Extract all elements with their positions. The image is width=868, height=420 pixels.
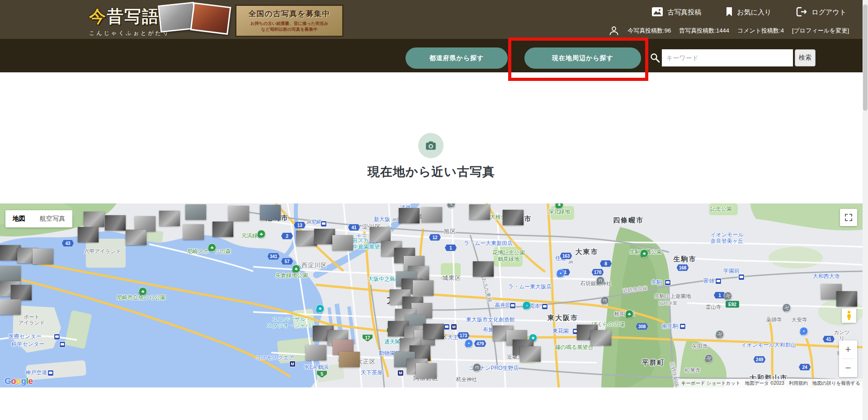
temple-pin-icon[interactable]: 卍 — [716, 330, 724, 347]
temple-pin-icon[interactable]: 卍 — [724, 292, 732, 308]
park-pin-icon[interactable]: ♣ — [292, 264, 301, 281]
old-photo-marker[interactable] — [159, 211, 180, 226]
map-label[interactable]: 新大阪 — [374, 217, 390, 223]
old-photo-marker[interactable] — [135, 216, 156, 231]
map-label[interactable]: イオンモール大和郡山 — [741, 342, 796, 349]
nav-favorites[interactable]: お気に入り — [726, 7, 771, 18]
map-label[interactable]: イオンモール 奈良登美ヶ丘 — [710, 232, 743, 245]
train-station-icon[interactable] — [443, 324, 450, 330]
search-by-prefecture-button[interactable]: 都道府県から探す — [406, 47, 508, 69]
old-photo-marker[interactable] — [11, 285, 32, 300]
train-station-icon[interactable] — [59, 341, 66, 348]
old-photo-marker[interactable] — [228, 206, 249, 221]
train-station-icon[interactable] — [509, 302, 516, 309]
map-label[interactable]: 東大阪市文化創造館 — [466, 317, 515, 323]
temple-pin-icon[interactable]: 卍 — [705, 354, 713, 371]
map-label[interactable]: ラ・ムー大東新田店 — [464, 241, 513, 247]
bag-pin-icon[interactable]: • — [465, 339, 473, 356]
map-label[interactable]: 天下茶屋 — [361, 370, 382, 376]
park-pin-icon[interactable]: ♣ — [208, 243, 217, 260]
old-photo-marker[interactable] — [84, 212, 104, 227]
old-photo-marker[interactable] — [416, 363, 437, 378]
old-photo-marker[interactable] — [421, 207, 442, 222]
recruit-banner[interactable]: 全国の古写真を募集中 お持ちの古い絵葉書、昔に撮った街並みなど昭和以前の写真を募… — [235, 5, 344, 37]
metro-station-icon[interactable]: M — [289, 361, 296, 367]
bag-pin-icon[interactable]: • — [800, 327, 808, 344]
map-label[interactable]: 荒本 — [529, 303, 540, 310]
old-photo-marker[interactable] — [339, 352, 360, 367]
metro-station-icon[interactable]: M — [397, 370, 404, 376]
cart-pin-icon[interactable]: • — [557, 269, 565, 286]
search-nearby-button[interactable]: 現在地周辺から探す — [524, 47, 641, 69]
shrine-pin-icon[interactable]: ⊓ — [601, 296, 609, 313]
train-station-icon[interactable] — [715, 278, 722, 284]
old-photo-marker[interactable] — [260, 205, 281, 220]
map-label[interactable]: 富雄 — [703, 278, 714, 284]
attribution-link[interactable]: 地図の誤りを報告する — [810, 379, 863, 387]
park-pin-icon[interactable]: ♣ — [257, 230, 266, 246]
old-photo-marker[interactable] — [78, 227, 99, 242]
train-station-icon[interactable] — [54, 334, 60, 340]
train-station-icon[interactable] — [679, 323, 686, 330]
map-label[interactable]: ユニバーサル・ スタジオ・ジャパン — [267, 316, 316, 329]
old-photo-marker[interactable] — [590, 330, 611, 345]
fullscreen-button[interactable] — [840, 209, 857, 226]
train-station-icon[interactable] — [738, 274, 745, 280]
map-label[interactable]: 記念公園 — [710, 206, 732, 212]
map-label[interactable]: 医療センター — [9, 334, 42, 340]
map-label[interactable]: 南生駒 — [662, 323, 678, 330]
scrollbar-thumb[interactable] — [863, 5, 868, 111]
old-photo-marker[interactable] — [503, 210, 524, 225]
park-pin-icon[interactable]: ♣ — [625, 310, 634, 326]
train-station-icon[interactable] — [47, 370, 54, 376]
nav-logout[interactable]: ログアウト — [796, 7, 846, 18]
shrine-pin-icon[interactable]: ⊓ — [473, 363, 481, 380]
map-label[interactable]: 花博記念公園 鶴見緑地 — [492, 250, 525, 263]
temple-pin-icon[interactable]: 卍 — [783, 303, 791, 320]
map-label[interactable]: コスモスクエア — [255, 355, 294, 361]
map-type-satellite-button[interactable]: 航空写真 — [33, 210, 72, 227]
profile-edit-link[interactable]: [プロフィールを変更] — [792, 27, 849, 35]
old-photo-marker[interactable] — [469, 204, 490, 220]
zoom-out-button[interactable]: − — [839, 359, 857, 377]
old-photo-marker[interactable] — [423, 324, 444, 339]
nav-post-photo[interactable]: 古写真投稿 — [651, 7, 701, 18]
map-label[interactable]: 学園前 — [723, 268, 740, 274]
old-photo-marker[interactable] — [105, 215, 126, 231]
map-label[interactable]: 鐘の鳴る展望台 — [555, 344, 594, 351]
attr-pin-icon[interactable]: ★ — [316, 304, 325, 321]
pegman-control[interactable] — [842, 308, 856, 323]
old-photo-marker[interactable] — [126, 230, 146, 245]
park-pin-icon[interactable]: ♣ — [555, 203, 564, 217]
map-label[interactable]: 布施 — [483, 327, 494, 333]
old-photo-marker[interactable] — [332, 235, 353, 250]
google-logo[interactable]: Google — [5, 376, 33, 386]
old-photo-marker[interactable] — [33, 249, 53, 264]
zoom-in-button[interactable]: + — [839, 340, 857, 359]
keyword-input[interactable] — [662, 49, 793, 66]
map-label[interactable]: IKEA 鶴浜 — [304, 364, 329, 371]
attribution-link[interactable]: キーボード ショートカット — [679, 379, 743, 387]
music-pin-icon[interactable]: ♪ — [523, 301, 531, 318]
old-photo-marker[interactable] — [212, 222, 233, 237]
map-label[interactable]: ラ・ムー東大阪店 — [508, 284, 552, 290]
park-pin-icon[interactable]: ♣ — [139, 287, 147, 304]
search-submit-button[interactable]: 検索 — [795, 49, 816, 66]
map-canvas[interactable]: 尼崎市大東市門真市四條畷市生駒市東大阪市平群町大和郡山市大淀川区西淀川区旭区城東… — [0, 203, 863, 387]
attribution-link[interactable]: 利用規約 — [787, 379, 810, 387]
map-label[interactable]: 通天閣 — [384, 339, 401, 345]
old-photo-marker[interactable] — [370, 227, 391, 242]
map-label[interactable]: 大和西大寺 — [813, 274, 840, 280]
attribution-link[interactable]: 地図データ ©2023 — [743, 379, 787, 387]
old-photo-marker[interactable] — [185, 204, 206, 220]
map-label[interactable]: 神戸空港 — [25, 370, 47, 376]
train-station-icon[interactable] — [321, 221, 327, 227]
old-photo-marker[interactable] — [0, 266, 21, 281]
old-photo-marker[interactable] — [520, 346, 541, 362]
old-photo-marker[interactable] — [473, 261, 494, 277]
train-station-icon[interactable] — [665, 279, 671, 286]
page-scrollbar[interactable] — [863, 0, 868, 420]
old-photo-marker[interactable] — [836, 291, 857, 307]
old-photo-marker[interactable] — [306, 345, 326, 360]
map-type-map-button[interactable]: 地図 — [5, 210, 33, 227]
